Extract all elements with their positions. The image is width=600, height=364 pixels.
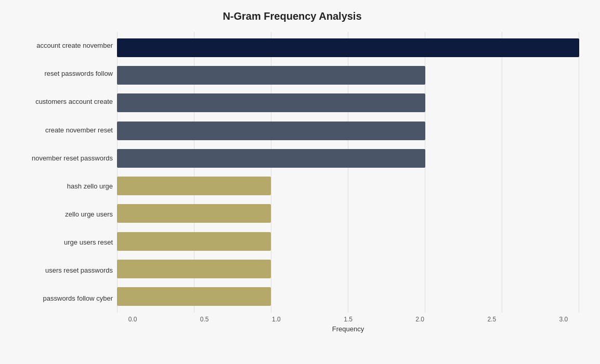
chart-container: N-Gram Frequency Analysis account create… [0,0,600,364]
y-label: zello urge users [5,200,113,228]
bar [117,287,271,306]
y-label: hash zello urge [5,172,113,200]
bar [117,38,579,57]
x-axis-label: Frequency [117,325,579,333]
y-label: users reset passwords [5,257,113,285]
bar-row [117,35,579,60]
x-tick: 2.0 [405,316,436,323]
bar-row [117,284,579,309]
bar [117,260,271,278]
bar [117,232,271,251]
bar-row [117,229,579,254]
y-axis-labels: account create novemberreset passwords f… [5,32,117,313]
bars-wrapper [117,32,579,313]
y-label: passwords follow cyber [5,285,113,313]
x-tick: 2.5 [476,316,507,323]
bar [117,66,425,85]
y-label: customers account create [5,88,113,116]
chart-area: account create novemberreset passwords f… [5,32,579,313]
x-axis: 0.00.51.01.52.02.53.0 [117,316,579,323]
x-tick: 0.5 [189,316,220,323]
x-tick: 1.5 [332,316,363,323]
y-label: urge users reset [5,228,113,257]
bar-row [117,118,579,143]
bar [117,122,425,140]
bar-row [117,146,579,171]
chart-title: N-Gram Frequency Analysis [5,10,579,22]
x-tick: 1.0 [260,316,292,323]
bar [117,149,425,168]
grid-and-bars [117,32,579,313]
y-label: reset passwords follow [5,60,113,88]
x-tick: 0.0 [117,316,148,323]
bar [117,177,271,195]
x-tick: 3.0 [548,316,579,323]
y-label: create november reset [5,116,113,144]
bar-row [117,201,579,226]
bar-row [117,257,579,281]
bar [117,93,425,112]
bar-row [117,63,579,88]
bar-row [117,173,579,198]
bars-and-grid [117,32,579,313]
y-label: november reset passwords [5,144,113,172]
x-axis-container: 0.00.51.01.52.02.53.0 Frequency [5,316,579,333]
y-label: account create november [5,32,113,60]
bar-row [117,90,579,115]
bar [117,204,271,223]
